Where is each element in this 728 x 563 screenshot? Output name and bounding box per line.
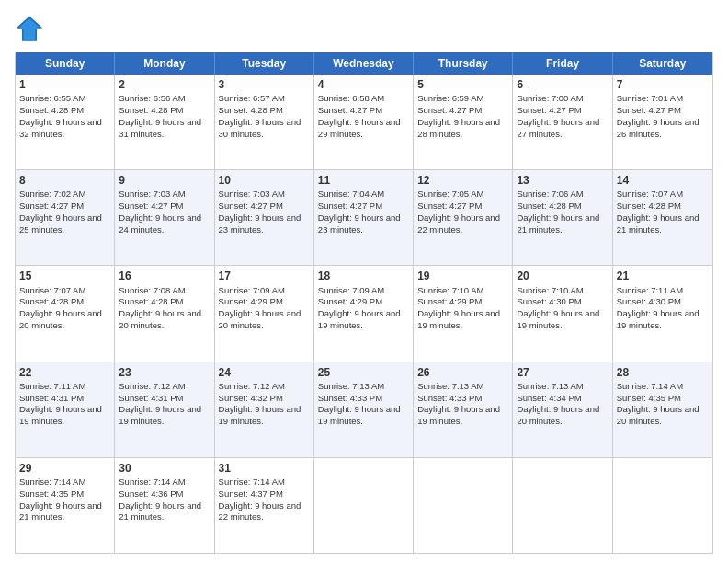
cell-daylight: Daylight: 9 hours and 21 minutes. bbox=[119, 500, 201, 523]
calendar-cell: 19Sunrise: 7:10 AMSunset: 4:29 PMDayligh… bbox=[414, 266, 513, 361]
cell-sunset: Sunset: 4:27 PM bbox=[617, 105, 681, 115]
cell-daylight: Daylight: 9 hours and 25 minutes. bbox=[19, 213, 102, 235]
cell-day-number: 30 bbox=[119, 461, 210, 476]
cell-day-number: 2 bbox=[119, 77, 210, 92]
calendar-row: 15Sunrise: 7:07 AMSunset: 4:28 PMDayligh… bbox=[16, 266, 712, 362]
calendar-cell-empty bbox=[613, 458, 712, 553]
cell-sunrise: Sunrise: 7:14 AM bbox=[19, 477, 85, 487]
page: SundayMondayTuesdayWednesdayThursdayFrid… bbox=[0, 0, 728, 563]
calendar-cell: 18Sunrise: 7:09 AMSunset: 4:29 PMDayligh… bbox=[314, 266, 414, 361]
cell-sunset: Sunset: 4:30 PM bbox=[517, 296, 581, 306]
cell-daylight: Daylight: 9 hours and 19 minutes. bbox=[318, 308, 401, 330]
cell-sunset: Sunset: 4:36 PM bbox=[119, 488, 183, 499]
cell-sunrise: Sunrise: 7:08 AM bbox=[119, 285, 185, 295]
cell-sunrise: Sunrise: 7:01 AM bbox=[617, 93, 683, 103]
cell-sunset: Sunset: 4:27 PM bbox=[318, 105, 382, 115]
cell-sunrise: Sunrise: 7:09 AM bbox=[318, 285, 384, 295]
day-headers: SundayMondayTuesdayWednesdayThursdayFrid… bbox=[16, 52, 712, 75]
calendar-cell: 22Sunrise: 7:11 AMSunset: 4:31 PMDayligh… bbox=[16, 362, 115, 457]
cell-day-number: 23 bbox=[119, 365, 210, 380]
cell-day-number: 18 bbox=[318, 269, 409, 283]
cell-sunset: Sunset: 4:32 PM bbox=[219, 393, 283, 403]
cell-day-number: 17 bbox=[219, 269, 310, 283]
cell-sunset: Sunset: 4:28 PM bbox=[119, 105, 183, 115]
cell-daylight: Daylight: 9 hours and 32 minutes. bbox=[19, 117, 102, 139]
cell-day-number: 12 bbox=[417, 173, 508, 188]
calendar-cell: 24Sunrise: 7:12 AMSunset: 4:32 PMDayligh… bbox=[215, 362, 314, 457]
cell-sunrise: Sunrise: 7:02 AM bbox=[19, 189, 85, 199]
calendar-cell: 14Sunrise: 7:07 AMSunset: 4:28 PMDayligh… bbox=[613, 170, 712, 265]
cell-sunset: Sunset: 4:27 PM bbox=[19, 201, 84, 211]
cell-sunrise: Sunrise: 7:06 AM bbox=[517, 189, 583, 199]
cell-day-number: 15 bbox=[19, 269, 110, 283]
cell-daylight: Daylight: 9 hours and 20 minutes. bbox=[617, 404, 700, 426]
calendar-row: 22Sunrise: 7:11 AMSunset: 4:31 PMDayligh… bbox=[16, 362, 712, 458]
cell-sunset: Sunset: 4:27 PM bbox=[219, 201, 283, 211]
calendar-cell: 17Sunrise: 7:09 AMSunset: 4:29 PMDayligh… bbox=[215, 266, 314, 361]
cell-daylight: Daylight: 9 hours and 19 minutes. bbox=[119, 404, 201, 426]
cell-sunset: Sunset: 4:28 PM bbox=[19, 296, 84, 306]
cell-daylight: Daylight: 9 hours and 29 minutes. bbox=[318, 117, 401, 139]
cell-daylight: Daylight: 9 hours and 28 minutes. bbox=[417, 117, 500, 139]
calendar-cell: 1Sunrise: 6:55 AMSunset: 4:28 PMDaylight… bbox=[16, 75, 115, 169]
cell-day-number: 9 bbox=[119, 173, 210, 188]
calendar-cell: 7Sunrise: 7:01 AMSunset: 4:27 PMDaylight… bbox=[613, 75, 712, 169]
cell-sunrise: Sunrise: 6:55 AM bbox=[19, 93, 85, 103]
cell-sunrise: Sunrise: 7:12 AM bbox=[119, 381, 185, 391]
cell-sunrise: Sunrise: 7:14 AM bbox=[119, 477, 185, 487]
calendar-cell: 13Sunrise: 7:06 AMSunset: 4:28 PMDayligh… bbox=[513, 170, 612, 265]
cell-day-number: 24 bbox=[219, 365, 310, 380]
cell-day-number: 7 bbox=[617, 77, 709, 92]
cell-sunrise: Sunrise: 7:11 AM bbox=[617, 285, 683, 295]
day-header: Thursday bbox=[414, 52, 513, 75]
cell-daylight: Daylight: 9 hours and 30 minutes. bbox=[219, 117, 301, 139]
day-header: Tuesday bbox=[215, 52, 314, 75]
cell-sunset: Sunset: 4:28 PM bbox=[617, 201, 681, 211]
cell-day-number: 5 bbox=[417, 77, 508, 92]
cell-sunset: Sunset: 4:28 PM bbox=[119, 296, 183, 306]
cell-sunrise: Sunrise: 7:00 AM bbox=[517, 93, 583, 103]
calendar: SundayMondayTuesdayWednesdayThursdayFrid… bbox=[15, 52, 713, 554]
calendar-cell-empty bbox=[414, 458, 513, 553]
calendar-cell: 5Sunrise: 6:59 AMSunset: 4:27 PMDaylight… bbox=[414, 75, 513, 169]
cell-sunset: Sunset: 4:27 PM bbox=[318, 201, 382, 211]
header bbox=[15, 15, 713, 44]
calendar-cell: 8Sunrise: 7:02 AMSunset: 4:27 PMDaylight… bbox=[16, 170, 115, 265]
cell-day-number: 19 bbox=[417, 269, 508, 283]
calendar-cell: 20Sunrise: 7:10 AMSunset: 4:30 PMDayligh… bbox=[513, 266, 612, 361]
calendar-row: 8Sunrise: 7:02 AMSunset: 4:27 PMDaylight… bbox=[16, 170, 712, 266]
cell-sunrise: Sunrise: 6:59 AM bbox=[417, 93, 483, 103]
cell-daylight: Daylight: 9 hours and 19 minutes. bbox=[617, 308, 700, 330]
cell-daylight: Daylight: 9 hours and 24 minutes. bbox=[119, 213, 201, 235]
cell-sunrise: Sunrise: 6:56 AM bbox=[119, 93, 185, 103]
calendar-cell: 31Sunrise: 7:14 AMSunset: 4:37 PMDayligh… bbox=[215, 458, 314, 553]
cell-daylight: Daylight: 9 hours and 20 minutes. bbox=[19, 308, 102, 330]
calendar-cell: 2Sunrise: 6:56 AMSunset: 4:28 PMDaylight… bbox=[115, 75, 214, 169]
cell-sunset: Sunset: 4:29 PM bbox=[417, 296, 482, 306]
cell-daylight: Daylight: 9 hours and 23 minutes. bbox=[219, 213, 301, 235]
cell-sunrise: Sunrise: 7:10 AM bbox=[517, 285, 583, 295]
cell-day-number: 26 bbox=[417, 365, 508, 380]
cell-sunrise: Sunrise: 7:12 AM bbox=[219, 381, 285, 391]
calendar-body: 1Sunrise: 6:55 AMSunset: 4:28 PMDaylight… bbox=[16, 75, 712, 553]
calendar-cell: 10Sunrise: 7:03 AMSunset: 4:27 PMDayligh… bbox=[215, 170, 314, 265]
cell-daylight: Daylight: 9 hours and 19 minutes. bbox=[417, 404, 500, 426]
cell-sunrise: Sunrise: 7:14 AM bbox=[617, 381, 683, 391]
cell-daylight: Daylight: 9 hours and 19 minutes. bbox=[318, 404, 401, 426]
cell-daylight: Daylight: 9 hours and 22 minutes. bbox=[219, 500, 301, 523]
calendar-cell: 12Sunrise: 7:05 AMSunset: 4:27 PMDayligh… bbox=[414, 170, 513, 265]
cell-sunset: Sunset: 4:28 PM bbox=[219, 105, 283, 115]
cell-sunset: Sunset: 4:29 PM bbox=[219, 296, 283, 306]
calendar-cell: 30Sunrise: 7:14 AMSunset: 4:36 PMDayligh… bbox=[115, 458, 214, 553]
cell-sunrise: Sunrise: 7:07 AM bbox=[617, 189, 683, 199]
cell-sunrise: Sunrise: 6:58 AM bbox=[318, 93, 384, 103]
calendar-row: 1Sunrise: 6:55 AMSunset: 4:28 PMDaylight… bbox=[16, 75, 712, 170]
cell-day-number: 1 bbox=[19, 77, 110, 92]
cell-sunset: Sunset: 4:28 PM bbox=[517, 201, 581, 211]
cell-day-number: 8 bbox=[19, 173, 110, 188]
cell-sunset: Sunset: 4:27 PM bbox=[417, 201, 482, 211]
cell-day-number: 25 bbox=[318, 365, 409, 380]
calendar-cell: 15Sunrise: 7:07 AMSunset: 4:28 PMDayligh… bbox=[16, 266, 115, 361]
cell-sunset: Sunset: 4:28 PM bbox=[19, 105, 84, 115]
cell-day-number: 11 bbox=[318, 173, 409, 188]
